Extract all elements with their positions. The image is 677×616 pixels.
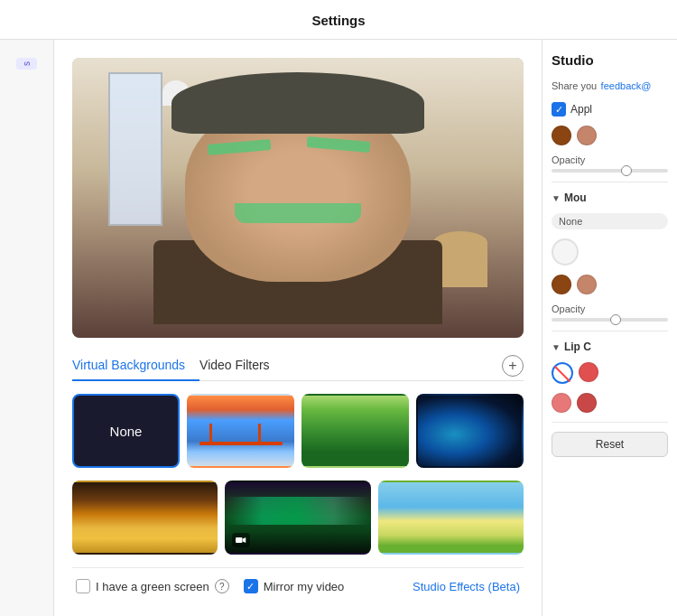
lip-chevron-icon: ▼ [552,342,561,352]
bg-space[interactable] [416,394,524,468]
mouth-color-light[interactable] [577,275,597,294]
backgrounds-second-row [72,481,524,555]
mouth-label: Mou [564,191,587,204]
bg-hotel[interactable] [72,481,218,555]
eyebrow-opacity-label: Opacity [552,154,668,165]
mirror-video-checkbox[interactable] [244,579,258,593]
eyebrow-color-light[interactable] [577,126,597,145]
video-camera-icon [236,535,246,546]
sidebar-badge: s [16,58,37,70]
tab-virtual-backgrounds[interactable]: Virtual Backgrounds [72,350,199,381]
divider-3 [552,422,668,423]
mirror-video-group: Mirror my video [244,579,345,593]
ar-mustache [235,203,361,223]
bg-green-nature[interactable] [301,394,409,468]
mouth-colors [552,275,668,294]
bg-aurora[interactable] [225,481,370,555]
eyebrow-opacity-slider[interactable] [552,169,668,173]
divider-1 [552,182,668,182]
video-badge [232,533,250,547]
add-background-button[interactable]: + [502,355,524,377]
feedback-link[interactable]: feedback@ [601,80,652,91]
lip-color-dark-red[interactable] [577,393,597,413]
green-screen-group: I have a green screen ? [76,579,229,593]
share-text: Share you [552,80,597,91]
window-decoration [108,72,162,227]
eyebrow-color-brown[interactable] [552,126,571,145]
bg-beach[interactable] [378,481,524,555]
green-screen-checkbox[interactable] [76,579,90,593]
bg-golden-gate[interactable] [187,394,294,468]
hat-decoration [172,72,424,134]
mouth-opacity-slider[interactable] [552,318,668,322]
video-preview [72,58,524,338]
lip-section-header[interactable]: ▼ Lip C [552,341,668,353]
apply-label: Appl [570,103,592,116]
svg-rect-0 [236,537,243,543]
lip-label: Lip C [564,341,591,353]
mouth-circle-option[interactable] [552,238,579,266]
apply-checkbox-row: Appl [552,102,668,117]
lip-color-pink[interactable] [552,393,571,413]
green-screen-help-icon[interactable]: ? [215,579,229,593]
mouth-opacity-section: Opacity [552,303,668,322]
bg-none[interactable]: None [72,394,180,468]
left-sidebar: s [0,40,54,616]
page-title: Settings [0,0,677,40]
divider-2 [552,331,668,331]
svg-marker-1 [243,537,246,543]
mouth-none-chip[interactable]: None [552,213,668,229]
mouth-opacity-thumb[interactable] [610,314,621,325]
eyebrow-opacity-section: Opacity [552,154,668,173]
studio-effects-link[interactable]: Studio Effects (Beta) [413,580,520,593]
tab-video-filters[interactable]: Video Filters [199,350,284,381]
backgrounds-grid: None [72,394,524,468]
bg-none-label: None [110,424,143,439]
studio-title: Studio [552,52,668,68]
lip-colors-row [552,362,668,384]
mouth-chevron-icon: ▼ [552,193,561,203]
apply-checkbox[interactable] [552,102,566,117]
studio-share-text: Share you feedback@ [552,77,668,93]
reset-button[interactable]: Reset [552,432,668,457]
lip-colors-row-2 [552,393,668,413]
bottom-bar: I have a green screen ? Mirror my video … [72,567,524,597]
background-tabs: Virtual Backgrounds Video Filters + [72,350,524,381]
mouth-color-brown[interactable] [552,275,571,294]
mouth-section-header[interactable]: ▼ Mou [552,191,668,204]
eyebrow-colors [552,126,668,145]
lip-color-red[interactable] [579,362,598,382]
mirror-video-label: Mirror my video [264,580,345,593]
studio-panel: Studio Share you feedback@ Appl Opacity … [542,40,677,616]
mouth-opacity-label: Opacity [552,303,668,314]
lip-no-color[interactable] [552,362,573,384]
eyebrow-opacity-thumb[interactable] [621,165,632,176]
green-screen-label: I have a green screen [96,580,209,593]
center-content: Virtual Backgrounds Video Filters + None [54,40,542,616]
